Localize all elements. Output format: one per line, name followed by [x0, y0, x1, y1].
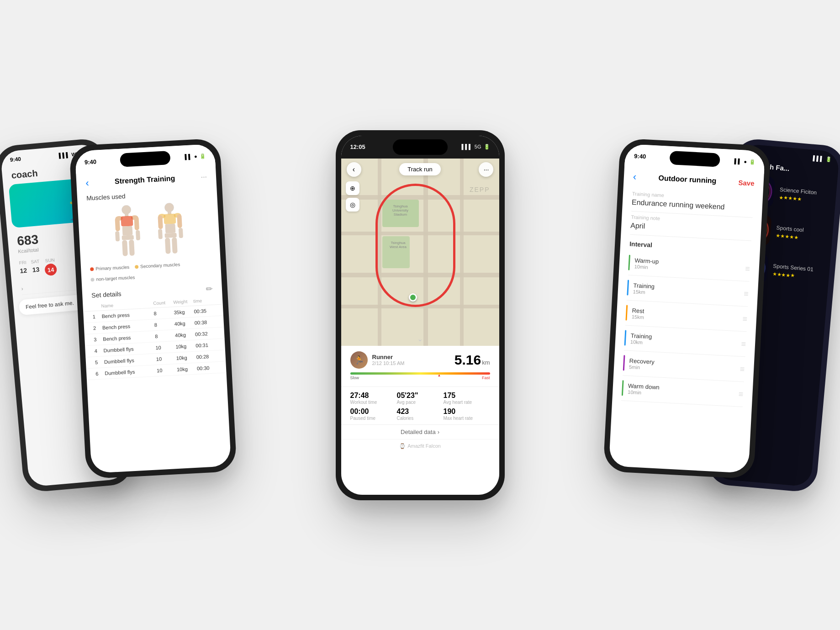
- map-nav-overlay: ‹ Track run ···: [341, 162, 499, 177]
- svg-rect-17: [164, 213, 176, 224]
- outdoor-title: Outdoor running: [658, 174, 717, 185]
- detailed-data-btn[interactable]: Detailed data ›: [341, 424, 499, 439]
- track-run-label[interactable]: Track run: [399, 163, 440, 175]
- save-btn[interactable]: Save: [738, 178, 755, 187]
- phone1-time: 9:40: [10, 155, 21, 163]
- svg-rect-7: [134, 216, 139, 230]
- cal-sun: SUN 14: [44, 257, 57, 276]
- body-figures: [78, 198, 220, 264]
- svg-rect-5: [122, 226, 133, 235]
- coach-title: coach: [11, 168, 38, 180]
- phone4-dynamic-island: [669, 150, 720, 167]
- watch-icon: ⌚: [399, 443, 406, 449]
- svg-rect-14: [168, 212, 171, 214]
- phone-3-center: 12:05 ▌▌▌5G🔋: [336, 130, 505, 500]
- exercise-table: 1 Bench press 8 35kg 00:35 2 Bench press…: [83, 304, 226, 380]
- max-hr-stat: 190 Max heart rate: [444, 408, 490, 421]
- runner-avatar: 🏃: [350, 351, 368, 369]
- stats-row-1: 27:48 Workout time 05'23" Avg pace 175 A…: [341, 387, 499, 407]
- strength-title: Strength Training: [115, 174, 175, 185]
- svg-point-0: [122, 205, 131, 214]
- avg-hr-stat: 175 Avg heart rate: [444, 392, 490, 405]
- phone3-time: 12:05: [350, 143, 365, 150]
- svg-rect-1: [125, 213, 128, 216]
- svg-rect-18: [165, 223, 175, 233]
- edit-icon[interactable]: ✏: [206, 284, 213, 294]
- map-controls: ⊕ ◎: [346, 181, 359, 212]
- cal-fri: FRI 12: [19, 259, 27, 278]
- svg-rect-11: [122, 240, 128, 256]
- device-footer: ⌚ Amazfit Falcon: [341, 439, 499, 453]
- svg-rect-20: [177, 214, 182, 228]
- phone4-status: ▌▌●🔋: [734, 158, 755, 164]
- chevron-down-icon: ⌄: [417, 334, 423, 343]
- phone2-status-icons: ▌▌●🔋: [185, 153, 206, 159]
- runner-name: Runner: [372, 354, 405, 360]
- interval-list: Warm-up 10min ≡ Training 15km ≡ Rest 15k…: [612, 249, 760, 408]
- chevron-right-icon: ›: [438, 429, 439, 435]
- svg-point-13: [164, 202, 174, 212]
- map-area: TsinghuaUniversityStadium TsinghuaWest A…: [341, 159, 499, 346]
- svg-rect-22: [179, 228, 183, 238]
- back-btn-4[interactable]: ‹: [633, 170, 637, 182]
- outdoor-form: Training name Endurance running weekend …: [620, 187, 763, 254]
- phone4-time: 9:40: [634, 152, 646, 159]
- workout-time-stat: 27:48 Workout time: [350, 392, 397, 405]
- svg-rect-21: [158, 229, 163, 239]
- zoom-icon[interactable]: ⊕: [346, 181, 359, 195]
- back-btn-2[interactable]: ‹: [85, 177, 90, 189]
- runner-date: 2/12 10:15 AM: [372, 360, 405, 366]
- stats-row-2: 00:00 Paused time 423 Calories 190 Max h…: [341, 407, 499, 424]
- svg-rect-6: [115, 217, 120, 231]
- svg-rect-9: [136, 230, 140, 240]
- svg-rect-25: [172, 237, 178, 254]
- svg-rect-23: [164, 233, 176, 238]
- distance-value: 5.16: [454, 352, 481, 368]
- phones-container: 9:40 ▌▌▌ WiFi 🔋 coach ··· 🏃 683 Kcal/tot…: [0, 0, 840, 630]
- cal-sat: SAT 13: [31, 259, 41, 277]
- runner-info: 🏃 Runner 2/12 10:15 AM 5.16 km: [341, 346, 499, 387]
- calories-stat: 423 Calories: [397, 408, 444, 421]
- phone2-dynamic-island: [120, 150, 170, 167]
- track-oval: [375, 184, 455, 307]
- body-back: [153, 202, 188, 258]
- phone3-status: ▌▌▌5G🔋: [461, 144, 490, 150]
- body-front: [110, 204, 145, 260]
- svg-rect-8: [115, 231, 120, 241]
- start-marker: [409, 293, 417, 302]
- svg-rect-24: [165, 238, 171, 254]
- svg-rect-4: [121, 216, 133, 226]
- phone-2: 9:40 ▌▌●🔋 ‹ Strength Training ··· Muscle…: [69, 138, 237, 479]
- pace-bar-container: ▲ Slow Fast: [350, 372, 490, 380]
- svg-rect-10: [122, 235, 134, 240]
- avg-pace-stat: 05'23" Avg pace: [397, 392, 444, 405]
- distance-unit: km: [482, 359, 490, 366]
- map-more-btn[interactable]: ···: [479, 162, 493, 177]
- svg-rect-19: [158, 215, 163, 229]
- paused-time-stat: 00:00 Paused time: [350, 408, 397, 421]
- location-icon[interactable]: ◎: [346, 198, 359, 212]
- phone3-dynamic-island: [393, 139, 448, 155]
- phone-4: 9:40 ▌▌●🔋 ‹ Outdoor running Save Trainin…: [603, 138, 771, 479]
- more-btn-2[interactable]: ···: [201, 172, 207, 181]
- svg-rect-12: [129, 239, 135, 256]
- map-back-btn[interactable]: ‹: [347, 162, 361, 177]
- phone2-time: 9:40: [85, 158, 97, 165]
